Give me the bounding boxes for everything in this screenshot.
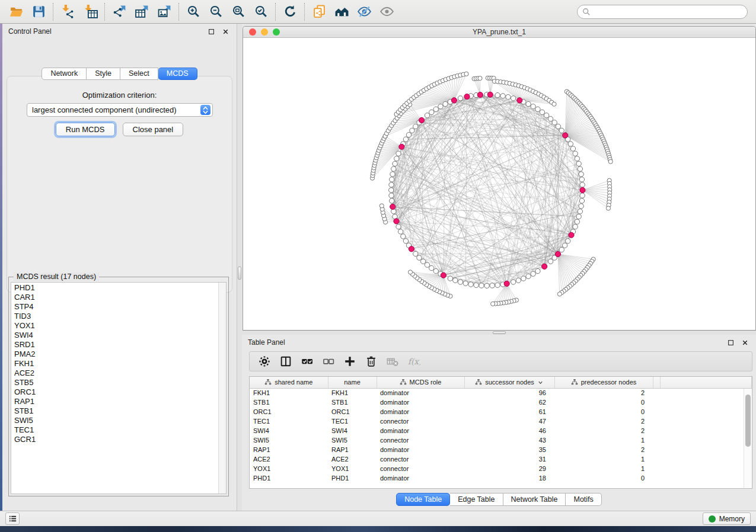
zoom-out-button[interactable]: [205, 2, 227, 21]
table-row[interactable]: SWI5SWI5connector431: [250, 435, 752, 445]
vertical-splitter[interactable]: [237, 24, 242, 511]
graph-node[interactable]: [566, 239, 570, 243]
graph-leaf-node[interactable]: [491, 302, 495, 306]
graph-node[interactable]: [531, 271, 535, 276]
graph-node[interactable]: [479, 283, 484, 288]
mcds-result-item[interactable]: SWI5: [11, 416, 218, 425]
graph-node[interactable]: [391, 209, 396, 214]
graph-node[interactable]: [458, 96, 462, 101]
search-input[interactable]: [594, 8, 742, 16]
graph-node[interactable]: [433, 107, 438, 111]
graph-node[interactable]: [468, 282, 473, 287]
graph-leaf-node[interactable]: [408, 270, 412, 274]
graph-mcds-node[interactable]: [477, 92, 483, 97]
zoom-in-button[interactable]: [182, 2, 205, 21]
graph-mcds-node[interactable]: [542, 264, 547, 269]
graph-node[interactable]: [448, 276, 452, 281]
network-graph[interactable]: [243, 38, 755, 330]
graph-node[interactable]: [573, 151, 578, 156]
graph-leaf-node[interactable]: [552, 102, 556, 106]
graph-node[interactable]: [429, 110, 434, 114]
graph-node[interactable]: [579, 204, 583, 209]
graph-node[interactable]: [579, 198, 584, 203]
graph-leaf-node[interactable]: [608, 159, 613, 164]
graph-node[interactable]: [568, 142, 573, 146]
graph-leaf-node[interactable]: [606, 206, 610, 210]
graph-mcds-node[interactable]: [563, 133, 568, 138]
graph-node[interactable]: [391, 166, 396, 171]
export-table-button[interactable]: [130, 2, 153, 21]
graph-node[interactable]: [403, 137, 408, 142]
graph-node[interactable]: [398, 229, 403, 234]
graph-node[interactable]: [562, 243, 567, 248]
graph-node[interactable]: [526, 101, 531, 106]
mcds-result-item[interactable]: SRD1: [11, 340, 218, 350]
criterion-dropdown[interactable]: largest connected component (undirected): [27, 103, 213, 117]
graph-node[interactable]: [389, 182, 394, 187]
mcds-result-item[interactable]: ACE2: [11, 368, 218, 378]
tab-mcds[interactable]: MCDS: [158, 68, 197, 80]
tab-node-table[interactable]: Node Table: [396, 493, 450, 506]
table-row[interactable]: YOX1YOX1connector291: [250, 464, 752, 473]
graph-mcds-node[interactable]: [517, 98, 522, 103]
graph-node[interactable]: [389, 188, 394, 193]
graph-node[interactable]: [576, 161, 581, 166]
graph-node[interactable]: [516, 278, 521, 283]
refresh-view-button[interactable]: [279, 2, 301, 21]
graph-node[interactable]: [559, 128, 564, 133]
first-neighbors-button[interactable]: [330, 2, 353, 21]
show-all-button[interactable]: [375, 2, 398, 21]
graph-mcds-node[interactable]: [487, 92, 493, 97]
mcds-result-item[interactable]: YOX1: [11, 321, 218, 331]
graph-mcds-node[interactable]: [419, 117, 424, 123]
graph-node[interactable]: [401, 234, 406, 239]
mcds-result-item[interactable]: TEC1: [11, 425, 218, 435]
duplicate-network-button[interactable]: [308, 2, 330, 21]
close-panel-button[interactable]: Close panel: [123, 123, 184, 136]
mcds-result-item[interactable]: FKH1: [11, 359, 218, 368]
mcds-result-item[interactable]: TID3: [11, 312, 218, 321]
save-session-button[interactable]: [27, 2, 50, 21]
open-file-button[interactable]: [5, 2, 27, 21]
graph-node[interactable]: [576, 214, 581, 219]
mcds-result-item[interactable]: RAP1: [11, 397, 218, 406]
graph-mcds-node[interactable]: [394, 219, 399, 224]
network-window-titlebar[interactable]: YPA_prune.txt_1: [243, 27, 755, 38]
graph-node[interactable]: [413, 124, 418, 129]
float-panel-icon[interactable]: [725, 337, 736, 348]
graph-node[interactable]: [490, 283, 495, 288]
export-image-button[interactable]: [153, 2, 176, 21]
graph-node[interactable]: [573, 225, 578, 229]
close-panel-icon[interactable]: [739, 337, 750, 348]
graph-node[interactable]: [495, 283, 500, 287]
deselect-all-button[interactable]: [320, 353, 337, 370]
graph-node[interactable]: [393, 161, 397, 166]
table-row[interactable]: STB1STB1dominator620: [250, 398, 752, 407]
graph-node[interactable]: [484, 283, 489, 288]
graph-node[interactable]: [506, 95, 511, 100]
graph-node[interactable]: [575, 156, 579, 161]
graph-node[interactable]: [433, 268, 438, 273]
table-header-row[interactable]: shared namenameMCDS rolesuccessor nodesp…: [250, 377, 752, 388]
split-columns-button[interactable]: [277, 353, 295, 370]
graph-node[interactable]: [580, 193, 585, 198]
table-settings-button[interactable]: [256, 353, 273, 370]
graph-node[interactable]: [394, 156, 399, 161]
graph-node[interactable]: [579, 172, 583, 177]
splitter-grip[interactable]: [238, 267, 241, 280]
graph-node[interactable]: [500, 94, 505, 98]
graph-node[interactable]: [443, 101, 448, 106]
table-row[interactable]: PHD1PHD1dominator180: [250, 473, 752, 483]
mcds-result-item[interactable]: STB1: [11, 406, 218, 416]
graph-node[interactable]: [535, 268, 540, 273]
table-row[interactable]: FKH1FKH1dominator962: [250, 388, 752, 398]
graph-node[interactable]: [474, 283, 479, 287]
memory-button[interactable]: Memory: [703, 512, 751, 525]
graph-node[interactable]: [390, 172, 395, 177]
graph-node[interactable]: [413, 251, 418, 256]
graph-node[interactable]: [420, 259, 425, 264]
graph-node[interactable]: [396, 225, 401, 229]
graph-node[interactable]: [544, 113, 548, 118]
graph-node[interactable]: [453, 278, 458, 283]
graph-node[interactable]: [580, 182, 585, 187]
